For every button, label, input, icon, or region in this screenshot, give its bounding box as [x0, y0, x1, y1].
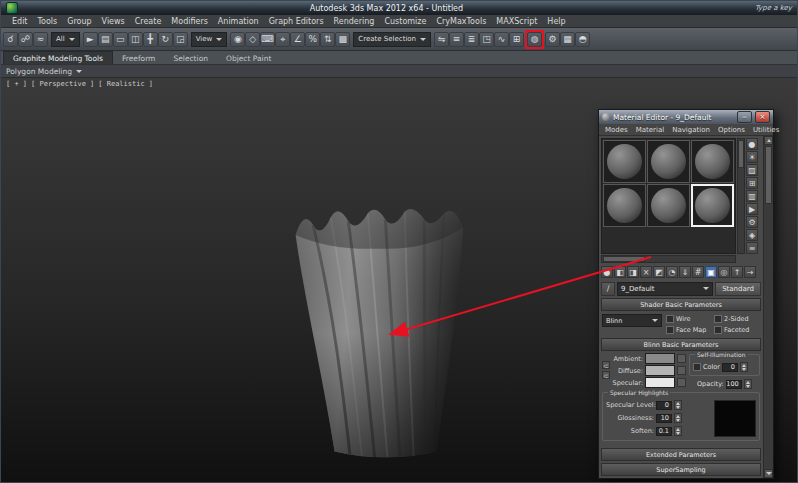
background-icon[interactable]: ▨	[746, 164, 758, 176]
scroll-down-button[interactable]	[764, 469, 773, 478]
mirror-icon[interactable]: ⇋	[434, 32, 449, 47]
menu-item[interactable]: Group	[62, 17, 96, 26]
menu-item[interactable]: Animation	[213, 17, 264, 26]
menu-item[interactable]: Modifiers	[166, 17, 213, 26]
me-menu-modes[interactable]: Modes	[601, 126, 632, 134]
use-pivot-point-center-icon[interactable]: ◉	[230, 32, 245, 47]
scrollbar-thumb[interactable]	[603, 256, 645, 262]
angle-snap-icon[interactable]: ∠	[290, 32, 305, 47]
material-editor-icon[interactable]: ◍	[527, 32, 542, 47]
select-object-icon[interactable]: ►	[83, 32, 98, 47]
material-type-button[interactable]: Standard	[715, 282, 761, 296]
material-editor-titlebar[interactable]: Material Editor - 9_Default ‒ ×	[599, 110, 773, 124]
menu-item[interactable]: Edit	[7, 17, 33, 26]
material-sample-slot[interactable]	[691, 140, 734, 183]
curve-editor-icon[interactable]: ∿	[494, 32, 509, 47]
material-editor-options-icon[interactable]: ⚙	[746, 216, 758, 228]
schematic-view-icon[interactable]: ⊞	[509, 32, 524, 47]
close-button[interactable]: ×	[755, 111, 770, 123]
select-and-move-icon[interactable]: ╋	[143, 32, 158, 47]
select-and-manipulate-icon[interactable]: ◇	[245, 32, 260, 47]
make-unique-icon[interactable]: ◔	[666, 266, 678, 278]
parameter-value[interactable]: 0	[656, 401, 672, 410]
menu-item[interactable]: Rendering	[329, 17, 380, 26]
make-material-copy-icon[interactable]: ◩	[653, 266, 665, 278]
color-swatch[interactable]	[645, 365, 675, 376]
get-material-icon[interactable]: ●	[601, 266, 613, 278]
minimize-button[interactable]: ‒	[737, 111, 752, 123]
me-menu-utilities[interactable]: Utilities	[749, 126, 783, 134]
video-color-check-icon[interactable]: ▥	[746, 190, 758, 202]
named-selection-dropdown[interactable]: Create Selection	[353, 32, 431, 47]
material-sample-slot[interactable]	[603, 184, 646, 227]
menu-item[interactable]: Customize	[379, 17, 431, 26]
menu-item[interactable]: Tools	[33, 17, 63, 26]
unlink-selection-icon[interactable]: ☍	[18, 32, 33, 47]
render-production-icon[interactable]: ◓	[575, 32, 590, 47]
select-by-material-icon[interactable]: ◈	[746, 229, 758, 241]
map-button[interactable]	[677, 366, 686, 375]
blinn-basic-parameters-rollout[interactable]: Blinn Basic Parameters	[601, 338, 761, 351]
reference-coordsys-dropdown[interactable]: View	[191, 32, 228, 47]
material-id-channel-icon[interactable]: #	[692, 266, 704, 278]
rendered-frame-window-icon[interactable]: ▦	[560, 32, 575, 47]
show-end-result-icon[interactable]: ◎	[718, 266, 730, 278]
selection-filter-dropdown[interactable]: All	[51, 32, 80, 47]
viewport-menu-general[interactable]: [ + ]	[6, 80, 27, 88]
scrollbar-thumb[interactable]	[765, 146, 772, 204]
two-sided-checkbox[interactable]: 2-Sided	[714, 315, 760, 323]
tab-selection[interactable]: Selection	[164, 51, 217, 64]
reset-map-icon[interactable]: ×	[640, 266, 652, 278]
go-to-parent-icon[interactable]: ↑	[731, 266, 743, 278]
faceted-checkbox[interactable]: Faceted	[714, 326, 760, 334]
supersampling-rollout[interactable]: SuperSampling	[601, 463, 761, 476]
pick-material-from-object-icon[interactable]: ∕	[601, 282, 615, 296]
twisted-vase-model[interactable]	[282, 199, 477, 464]
material-sample-slot[interactable]	[647, 184, 690, 227]
material-sample-slot[interactable]	[647, 140, 690, 183]
3ds-max-logo-icon[interactable]	[6, 2, 18, 14]
align-icon[interactable]: ≡	[449, 32, 464, 47]
graphite-ribbon-toggle-icon[interactable]: ◳	[479, 32, 494, 47]
menu-item[interactable]: Help	[542, 17, 570, 26]
self-illumination-value[interactable]: 0	[722, 363, 738, 372]
snaps-toggle-icon[interactable]: ⌖	[275, 32, 290, 47]
window-crossing-icon[interactable]: ◫	[128, 32, 143, 47]
spinner-snap-icon[interactable]: ⇅	[320, 32, 335, 47]
color-swatch[interactable]	[645, 353, 675, 364]
self-illumination-color-checkbox[interactable]	[693, 363, 701, 371]
keyboard-shortcut-override-icon[interactable]: ⌨	[260, 32, 275, 47]
layer-manager-icon[interactable]: ≣	[464, 32, 479, 47]
material-sample-slot[interactable]	[603, 140, 646, 183]
render-setup-icon[interactable]: ⚙	[545, 32, 560, 47]
wire-checkbox[interactable]: Wire	[666, 315, 712, 323]
edit-named-selection-sets-icon[interactable]: ▩	[335, 32, 350, 47]
make-preview-icon[interactable]: ▶	[746, 203, 758, 215]
subtab-polygon-modeling[interactable]: Polygon Modeling	[6, 67, 72, 76]
sample-type-icon[interactable]: ●	[746, 138, 758, 150]
slots-vertical-scrollbar[interactable]	[737, 138, 745, 254]
tab-object-paint[interactable]: Object Paint	[217, 51, 280, 64]
scrollbar-thumb[interactable]	[738, 140, 744, 168]
percent-snap-icon[interactable]: %	[305, 32, 320, 47]
map-button[interactable]	[677, 378, 686, 387]
go-forward-to-sibling-icon[interactable]: →	[744, 266, 756, 278]
extended-parameters-rollout[interactable]: Extended Parameters	[601, 448, 761, 461]
menu-item[interactable]: Graph Editors	[264, 17, 329, 26]
backlight-icon[interactable]: ☀	[746, 151, 758, 163]
viewport-menu-pov[interactable]: [ Perspective ]	[31, 80, 94, 88]
spinner[interactable]	[740, 362, 748, 372]
material-sample-slot-active[interactable]	[691, 184, 734, 227]
tab-graphite-modeling-tools[interactable]: Graphite Modeling Tools	[3, 51, 113, 64]
menu-item[interactable]: MAXScript	[491, 17, 542, 26]
bind-to-space-warp-icon[interactable]: ≈	[33, 32, 48, 47]
spinner[interactable]	[674, 426, 682, 436]
color-swatch[interactable]	[645, 377, 675, 388]
me-menu-material[interactable]: Material	[632, 126, 668, 134]
map-button[interactable]	[677, 354, 686, 363]
rectangular-selection-region-icon[interactable]: ▭	[113, 32, 128, 47]
assign-material-to-selection-icon[interactable]: ◨	[627, 266, 639, 278]
shader-basic-parameters-rollout[interactable]: Shader Basic Parameters	[601, 298, 761, 311]
spinner[interactable]	[744, 379, 752, 389]
material-map-navigator-icon[interactable]: ≡	[746, 242, 758, 254]
